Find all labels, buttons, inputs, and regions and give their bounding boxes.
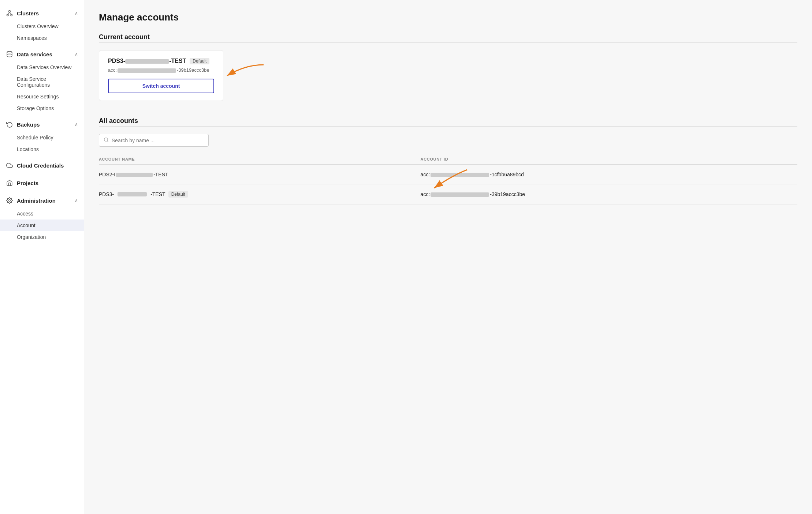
sidebar-item-clusters[interactable]: Clusters ∧ xyxy=(0,6,84,20)
current-account-card: PDS3--TEST Default acc:-39b19accc3be Swi… xyxy=(99,50,223,101)
section-divider-current xyxy=(99,42,797,43)
sidebar-item-data-service-configurations[interactable]: Data Service Configurations xyxy=(0,73,84,91)
projects-label: Projects xyxy=(17,180,78,186)
table-cell-id-1: acc:-39b19accc3be xyxy=(413,184,797,205)
sidebar-item-backups[interactable]: Backups ∧ xyxy=(0,117,84,132)
sidebar-item-resource-settings[interactable]: Resource Settings xyxy=(0,91,84,102)
sidebar-section-administration: Administration ∧ Access Account Organiza… xyxy=(0,193,84,243)
svg-line-4 xyxy=(10,12,11,14)
administration-label: Administration xyxy=(17,198,71,204)
table-cell-id-0: acc:-1cfbb6a89bcd xyxy=(413,165,797,184)
row0-name-redacted xyxy=(116,173,153,177)
sidebar-item-organization[interactable]: Organization xyxy=(0,231,84,243)
sidebar-item-account[interactable]: Account xyxy=(0,220,84,231)
sidebar-section-cloud-credentials: Cloud Credentials xyxy=(0,158,84,173)
page-title: Manage accounts xyxy=(99,12,797,23)
accounts-table-wrapper: ACCOUNT NAME ACCOUNT ID PDS2-I-TEST acc:… xyxy=(99,154,797,205)
sidebar-item-clusters-overview[interactable]: Clusters Overview xyxy=(0,20,84,32)
sidebar-section-data-services: Data services ∧ Data Services Overview D… xyxy=(0,47,84,114)
sidebar-item-namespaces[interactable]: Namespaces xyxy=(0,32,84,44)
sidebar-item-locations[interactable]: Locations xyxy=(0,143,84,155)
row1-id-redacted xyxy=(431,192,489,197)
current-account-card-wrapper: PDS3--TEST Default acc:-39b19accc3be Swi… xyxy=(99,50,223,114)
sidebar-item-data-services[interactable]: Data services ∧ xyxy=(0,47,84,61)
current-account-name: PDS3--TEST xyxy=(108,58,186,64)
all-accounts-title: All accounts xyxy=(99,117,797,125)
current-account-id: acc:-39b19accc3be xyxy=(108,67,214,73)
sidebar-section-projects: Projects xyxy=(0,176,84,190)
current-account-id-redacted xyxy=(118,68,176,73)
row0-id-redacted xyxy=(431,173,489,177)
sidebar-section-backups: Backups ∧ Schedule Policy Locations xyxy=(0,117,84,155)
data-services-chevron: ∧ xyxy=(75,52,78,57)
cloud-credentials-icon xyxy=(6,162,13,169)
sidebar-item-schedule-policy[interactable]: Schedule Policy xyxy=(0,132,84,143)
cloud-credentials-label: Cloud Credentials xyxy=(17,162,78,169)
backups-chevron: ∧ xyxy=(75,122,78,127)
switch-account-button[interactable]: Switch account xyxy=(108,79,214,93)
svg-line-9 xyxy=(107,141,108,142)
search-box[interactable] xyxy=(99,134,209,147)
svg-point-5 xyxy=(7,52,12,53)
accounts-table: ACCOUNT NAME ACCOUNT ID PDS2-I-TEST acc:… xyxy=(99,154,797,205)
data-services-label: Data services xyxy=(17,51,71,57)
clusters-icon xyxy=(6,10,13,17)
search-icon xyxy=(104,137,109,143)
backups-label: Backups xyxy=(17,121,71,128)
table-cell-name-1: PDS3--TEST Default xyxy=(99,184,413,205)
sidebar: Clusters ∧ Clusters Overview Namespaces … xyxy=(0,0,84,514)
table-header-account-id: ACCOUNT ID xyxy=(413,154,797,165)
row1-name-redacted xyxy=(118,192,147,196)
backups-icon xyxy=(6,121,13,128)
current-account-name-row: PDS3--TEST Default xyxy=(108,58,214,64)
sidebar-item-access[interactable]: Access xyxy=(0,208,84,220)
row1-badge: Default xyxy=(168,191,188,198)
clusters-label: Clusters xyxy=(17,10,71,16)
sidebar-item-cloud-credentials[interactable]: Cloud Credentials xyxy=(0,158,84,173)
section-divider-all xyxy=(99,126,797,127)
table-cell-name-0: PDS2-I-TEST xyxy=(99,165,413,184)
table-row: PDS3--TEST Default acc:-39b19accc3be xyxy=(99,184,797,205)
administration-icon xyxy=(6,197,13,204)
search-input[interactable] xyxy=(112,138,204,143)
arrow-annotation-current xyxy=(220,61,267,83)
table-header-account-name: ACCOUNT NAME xyxy=(99,154,413,165)
sidebar-item-administration[interactable]: Administration ∧ xyxy=(0,193,84,208)
current-account-title: Current account xyxy=(99,33,797,41)
projects-icon xyxy=(6,179,13,187)
svg-line-3 xyxy=(8,12,10,14)
table-row: PDS2-I-TEST acc:-1cfbb6a89bcd xyxy=(99,165,797,184)
data-services-icon xyxy=(6,50,13,58)
current-account-section: Current account PDS3--TEST Default acc:-… xyxy=(99,33,797,114)
svg-point-6 xyxy=(9,200,11,202)
administration-chevron: ∧ xyxy=(75,198,78,203)
current-account-name-redacted xyxy=(125,59,169,64)
sidebar-item-storage-options[interactable]: Storage Options xyxy=(0,102,84,114)
main-content: Manage accounts Current account PDS3--TE… xyxy=(84,0,812,514)
clusters-chevron: ∧ xyxy=(75,11,78,16)
sidebar-item-projects[interactable]: Projects xyxy=(0,176,84,190)
current-account-badge: Default xyxy=(190,58,209,64)
sidebar-section-clusters: Clusters ∧ Clusters Overview Namespaces xyxy=(0,6,84,44)
all-accounts-section: All accounts ACCOUNT NAME ACCOUNT ID xyxy=(99,117,797,205)
sidebar-item-data-services-overview[interactable]: Data Services Overview xyxy=(0,61,84,73)
